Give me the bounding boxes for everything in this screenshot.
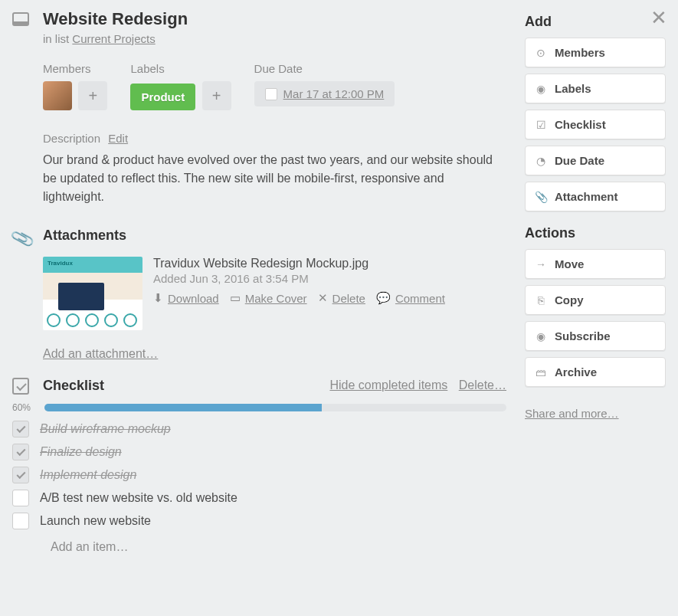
sidebar-action-archive-button[interactable]: 🗃Archive (525, 357, 666, 387)
delete-checklist-link[interactable]: Delete… (459, 378, 506, 392)
due-block: Due Date Mar 17 at 12:00 PM (254, 62, 395, 110)
member-avatar[interactable] (43, 81, 72, 110)
due-checkbox[interactable] (265, 88, 277, 100)
archive-icon: 🗃 (535, 366, 547, 378)
sidebar-add-labels-button[interactable]: ◉Labels (525, 74, 666, 103)
sidebar-button-label: Labels (555, 82, 591, 95)
attachments-heading: Attachments (43, 228, 126, 244)
checklist-icon (12, 378, 29, 395)
attachment-meta: Added Jun 3, 2016 at 3:54 PM (153, 272, 506, 285)
checklist-item-text[interactable]: Finalize design (40, 445, 122, 459)
checklist-checkbox[interactable] (12, 490, 29, 506)
add-member-button[interactable]: + (78, 81, 107, 110)
sidebar-button-label: Archive (555, 365, 597, 378)
checklist-item-text[interactable]: Launch new website (40, 514, 151, 528)
in-list-prefix: in list (43, 32, 72, 45)
attachment-icon: 📎 (9, 226, 35, 252)
sidebar-add-heading: Add (525, 14, 666, 30)
members-block: Members + (43, 62, 107, 110)
sidebar-action-subscribe-button[interactable]: ◉Subscribe (525, 321, 666, 351)
tag-icon: ◉ (535, 83, 547, 95)
hide-completed-link[interactable]: Hide completed items (329, 378, 447, 392)
sidebar-button-label: Attachment (555, 190, 618, 203)
checklist-checkbox[interactable] (12, 513, 29, 529)
checklist-item: Build wireframe mockup (12, 421, 506, 437)
copy-icon: ⎘ (535, 294, 547, 306)
progress-fill (44, 404, 322, 411)
sidebar-add-checklist-button[interactable]: ☑Checklist (525, 110, 666, 139)
add-label-button[interactable]: + (202, 81, 231, 110)
add-checklist-item[interactable]: Add an item… (51, 540, 506, 554)
eye-icon: ◉ (535, 330, 547, 342)
description-heading: Description (43, 132, 100, 145)
card-title[interactable]: Website Redesign (43, 9, 188, 29)
sidebar-actions-heading: Actions (525, 225, 666, 241)
arrow-icon: → (535, 258, 547, 270)
sidebar-add-members-button[interactable]: ⊙Members (525, 38, 666, 67)
checklist-item: Finalize design (12, 444, 506, 460)
checklist-item-text[interactable]: Build wireframe mockup (40, 422, 171, 436)
sidebar-button-label: Move (555, 257, 584, 270)
checklist-item-text[interactable]: A/B test new website vs. old website (40, 491, 237, 505)
share-link[interactable]: Share and more… (525, 407, 619, 420)
attachment-thumbnail[interactable] (43, 257, 142, 330)
progress-bar (44, 404, 506, 411)
sidebar-button-label: Due Date (555, 154, 604, 167)
checklist-heading: Checklist (43, 378, 322, 394)
labels-label: Labels (130, 62, 231, 75)
comment-link[interactable]: 💬 Comment (376, 291, 445, 305)
due-date-text: Mar 17 at 12:00 PM (283, 87, 385, 100)
members-label: Members (43, 62, 107, 75)
sidebar-button-label: Copy (555, 293, 584, 306)
checklist-item: Launch new website (12, 513, 506, 529)
sidebar-add-attachment-button[interactable]: 📎Attachment (525, 182, 666, 211)
clock-icon: ◔ (535, 155, 547, 167)
make-cover-link[interactable]: ▭ Make Cover (230, 291, 307, 305)
labels-block: Labels Product + (130, 62, 231, 110)
add-attachment-link[interactable]: Add an attachment… (43, 347, 158, 361)
checklist-checkbox[interactable] (12, 467, 29, 483)
checklist-item: A/B test new website vs. old website (12, 490, 506, 506)
checklist-checkbox[interactable] (12, 444, 29, 460)
attachment-icon: 📎 (535, 191, 547, 203)
person-icon: ⊙ (535, 47, 547, 59)
checklist-item-text[interactable]: Implement design (40, 468, 136, 482)
description-text[interactable]: Our brand & product have evolved over th… (43, 151, 506, 206)
card-icon (12, 12, 29, 26)
edit-description-link[interactable]: Edit (108, 132, 128, 145)
list-link[interactable]: Current Projects (72, 32, 155, 45)
progress-percent: 60% (12, 402, 37, 413)
sidebar-button-label: Subscribe (555, 329, 611, 342)
checklist-icon: ☑ (535, 119, 547, 131)
due-date-pill[interactable]: Mar 17 at 12:00 PM (254, 81, 395, 106)
download-link[interactable]: ⬇ Download (153, 291, 219, 305)
attachment-item: Travidux Website Redesign Mockup.jpg Add… (43, 257, 506, 330)
sidebar-action-copy-button[interactable]: ⎘Copy (525, 285, 666, 315)
sidebar-add-due-date-button[interactable]: ◔Due Date (525, 146, 666, 175)
sidebar-button-label: Members (555, 46, 605, 59)
close-button[interactable]: ✕ (650, 8, 667, 28)
attachment-name[interactable]: Travidux Website Redesign Mockup.jpg (153, 257, 506, 270)
checklist-item: Implement design (12, 467, 506, 483)
card-subtitle: in list Current Projects (43, 32, 188, 45)
delete-attachment-link[interactable]: ✕ Delete (318, 291, 365, 305)
due-label: Due Date (254, 62, 395, 75)
label-chip-product[interactable]: Product (130, 84, 195, 110)
sidebar-button-label: Checklist (555, 118, 606, 131)
sidebar-action-move-button[interactable]: →Move (525, 249, 666, 279)
checklist-checkbox[interactable] (12, 421, 29, 437)
